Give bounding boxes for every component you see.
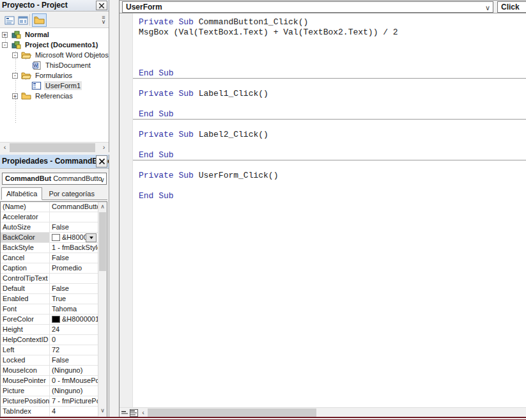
code-window: UserForm ∨ Click Private Sub CommandButt…: [119, 0, 526, 417]
object-dropdown-value: UserForm: [126, 3, 162, 12]
property-row[interactable]: TabIndex 4: [1, 407, 107, 417]
selected-object-name: CommandBut: [5, 175, 51, 182]
code-line: Private Sub Label1_Click(): [120, 89, 526, 99]
property-name: Left: [1, 345, 50, 355]
property-row[interactable]: PicturePosition 7 - fmPicturePo: [1, 396, 107, 407]
collapse-icon[interactable]: -: [12, 52, 18, 58]
property-row-backcolor[interactable]: BackColor &H80000: [1, 233, 107, 243]
property-row[interactable]: (Name) CommandButto: [1, 202, 107, 212]
code-line: End Sub: [120, 68, 526, 79]
scrollbar-thumb[interactable]: [148, 408, 316, 417]
code-horizontal-scrollbar[interactable]: ‹: [120, 407, 526, 417]
tree-item-userform1[interactable]: UserForm1: [0, 81, 109, 91]
property-row[interactable]: Accelerator: [1, 212, 107, 222]
property-value: Promedio: [52, 263, 82, 273]
property-row[interactable]: HelpContextID 0: [1, 335, 107, 345]
tab-categorized[interactable]: Por categorías: [44, 188, 99, 201]
object-selector-combo[interactable]: CommandBut CommandButto ∨: [2, 173, 107, 185]
close-button[interactable]: [96, 1, 107, 10]
property-value: 7 - fmPicturePo: [52, 396, 100, 406]
tree-item-normal[interactable]: + Normal: [0, 29, 109, 40]
userform-icon: [31, 82, 42, 90]
property-row[interactable]: Enabled True: [1, 294, 107, 304]
property-name: MouseIcon: [1, 366, 50, 375]
tree-item-label: UserForm1: [44, 81, 82, 90]
property-row[interactable]: Locked False: [1, 355, 107, 366]
properties-vertical-scrollbar[interactable]: ∧ ∨: [98, 202, 107, 417]
dropdown-button[interactable]: [86, 233, 97, 242]
tree-item-label: Formularios: [34, 71, 73, 80]
property-row[interactable]: Picture (Ninguno): [1, 386, 107, 396]
scrollbar-thumb[interactable]: [10, 143, 95, 152]
close-icon: [99, 159, 105, 164]
tree-item-formularios[interactable]: - Formularios: [0, 70, 109, 81]
property-row[interactable]: AutoSize False: [1, 222, 107, 233]
code-header: UserForm ∨ Click: [120, 1, 526, 13]
code-line: [120, 58, 526, 68]
scroll-down-icon[interactable]: ∨: [98, 406, 107, 416]
project-panel-titlebar: Proyecto - Project: [0, 0, 109, 12]
property-value: Tahoma: [52, 304, 77, 314]
code-editor[interactable]: Private Sub CommandButton1_Click() MsgBo…: [120, 13, 526, 407]
scroll-right-icon[interactable]: ›: [99, 143, 109, 153]
full-module-view-button[interactable]: [130, 409, 138, 417]
collapse-icon[interactable]: -: [2, 42, 8, 48]
property-row[interactable]: Left 72: [1, 345, 107, 355]
dropdown-triangle-icon: [89, 237, 93, 239]
procedure-view-button[interactable]: [121, 409, 129, 417]
property-row[interactable]: Font Tahoma: [1, 304, 107, 315]
property-row[interactable]: Height 24: [1, 325, 107, 335]
property-row[interactable]: Cancel False: [1, 253, 107, 263]
folder-icon: [34, 16, 45, 24]
property-value: &H8000001: [62, 315, 99, 324]
view-object-button[interactable]: [17, 14, 29, 26]
project-horizontal-scrollbar[interactable]: ‹ ›: [0, 142, 109, 152]
expand-icon[interactable]: +: [2, 32, 8, 38]
event-dropdown[interactable]: Click: [497, 1, 526, 13]
close-button[interactable]: [96, 155, 107, 167]
code-line: [120, 120, 526, 130]
expand-icon[interactable]: +: [12, 93, 18, 99]
view-object-icon: [18, 16, 28, 25]
property-name: BackStyle: [1, 243, 50, 253]
property-name: PicturePosition: [1, 396, 50, 406]
vba-project-icon: [11, 41, 21, 49]
svg-text:W: W: [33, 63, 38, 68]
toolbar-overflow-button[interactable]: ≡ ∨: [100, 15, 107, 25]
property-name: Accelerator: [1, 212, 50, 222]
scroll-left-icon[interactable]: ‹: [0, 143, 10, 153]
property-value: (Ninguno): [52, 366, 82, 375]
property-value: CommandButto: [52, 202, 100, 212]
collapse-icon[interactable]: -: [12, 73, 18, 79]
property-row-forecolor[interactable]: ForeColor &H8000001: [1, 315, 107, 325]
property-value: 0: [52, 335, 56, 345]
tab-alphabetic[interactable]: Alfabética: [1, 187, 42, 200]
chevron-down-icon: ∨: [100, 175, 105, 185]
property-row[interactable]: MouseIcon (Ninguno): [1, 366, 107, 376]
view-code-button[interactable]: [3, 14, 16, 26]
object-dropdown[interactable]: UserForm ∨: [122, 1, 493, 13]
property-value: 1 - fmBackStyle: [52, 243, 101, 253]
property-row[interactable]: BackStyle 1 - fmBackStyle: [1, 243, 107, 253]
tree-item-referencias[interactable]: + Referencias: [0, 91, 109, 101]
code-line: [120, 160, 526, 171]
full-module-view-icon: [130, 410, 137, 416]
tree-item-project[interactable]: - Project (Documento1): [0, 40, 109, 50]
property-value: True: [52, 294, 66, 304]
toggle-folders-button[interactable]: [32, 13, 47, 27]
code-line: [120, 140, 526, 150]
code-line: Private Sub CommandButton1_Click(): [120, 17, 526, 27]
property-row[interactable]: MousePointer 0 - fmMousePo: [1, 376, 107, 386]
folder-open-icon: [21, 72, 31, 80]
property-row[interactable]: ControlTipText: [1, 274, 107, 284]
scroll-up-icon[interactable]: ∧: [98, 202, 107, 212]
property-row[interactable]: Caption Promedio: [1, 263, 107, 274]
property-name: Cancel: [1, 253, 50, 263]
tree-item-label: Project (Documento1): [24, 40, 99, 49]
scrollbar-thumb[interactable]: [99, 212, 106, 271]
property-row[interactable]: Default False: [1, 284, 107, 294]
tree-item-word-objects[interactable]: - Microsoft Word Objetos: [0, 50, 109, 60]
property-name: AutoSize: [1, 222, 50, 232]
tree-item-thisdocument[interactable]: W ThisDocument: [0, 60, 109, 70]
project-explorer-panel: Proyecto - Project: [0, 0, 109, 152]
